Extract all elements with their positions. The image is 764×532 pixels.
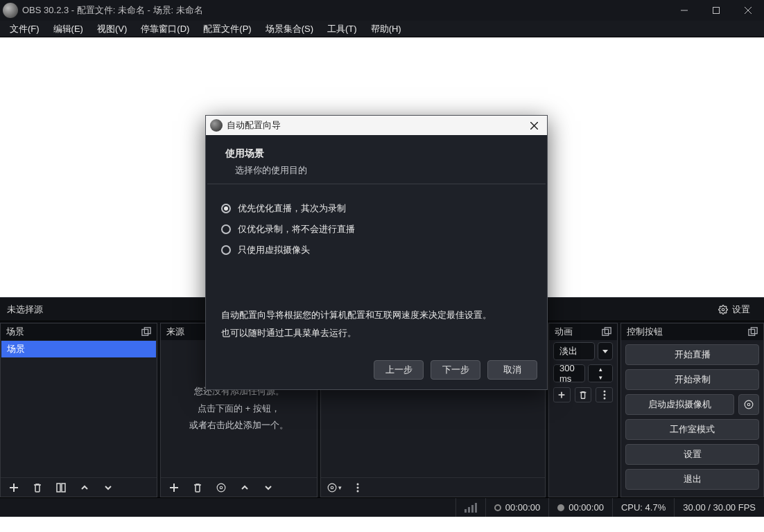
start-recording-button[interactable]: 开始录制 [625, 369, 759, 390]
cancel-button[interactable]: 取消 [487, 360, 537, 380]
radio-icon [221, 245, 231, 255]
start-virtual-camera-button[interactable]: 启动虚拟摄像机 [625, 394, 734, 415]
radio-optimize-recording[interactable]: 仅优化录制，将不会进行直播 [221, 219, 532, 240]
next-button[interactable]: 下一步 [431, 360, 480, 380]
dialog-title: 自动配置向导 [227, 119, 281, 132]
svg-rect-9 [57, 484, 60, 492]
menu-tools[interactable]: 工具(T) [320, 21, 364, 37]
popout-icon[interactable] [141, 327, 151, 337]
window-title: OBS 30.2.3 - 配置文件: 未命名 - 场景: 未命名 [22, 4, 203, 17]
svg-point-35 [745, 400, 753, 409]
transition-menu-button[interactable] [596, 387, 613, 402]
menu-view[interactable]: 视图(V) [90, 21, 134, 37]
source-properties-button[interactable]: 设置 [711, 301, 757, 319]
svg-rect-10 [62, 484, 65, 492]
close-button[interactable] [732, 0, 764, 21]
scene-up-button[interactable] [76, 480, 94, 495]
remove-scene-button[interactable] [28, 480, 46, 495]
stream-indicator-icon [494, 504, 501, 511]
sources-title: 来源 [166, 326, 184, 338]
svg-rect-1 [713, 8, 720, 14]
popout-icon[interactable] [748, 327, 758, 337]
obs-logo-icon [3, 3, 18, 18]
svg-point-21 [357, 483, 359, 485]
transition-duration-input[interactable]: 300 ms [553, 364, 585, 382]
radio-optimize-streaming[interactable]: 优先优化直播，其次为录制 [221, 198, 532, 219]
controls-panel: 控制按钮 开始直播 开始录制 启动虚拟摄像机 工作室模式 设置 退出 [620, 323, 764, 497]
transition-dropdown-button[interactable] [598, 342, 613, 360]
transitions-panel: 动画 淡出 300 ms ▴▾ [548, 323, 618, 497]
dialog-heading: 使用场景 [225, 148, 532, 160]
settings-button[interactable]: 设置 [625, 444, 759, 465]
source-settings-button[interactable] [212, 480, 230, 495]
duration-spinner[interactable]: ▴▾ [588, 364, 613, 382]
svg-rect-25 [605, 328, 611, 334]
scenes-title: 场景 [6, 326, 24, 338]
add-scene-button[interactable] [5, 480, 23, 495]
add-transition-button[interactable] [553, 387, 571, 402]
svg-point-34 [747, 403, 750, 406]
start-streaming-button[interactable]: 开始直播 [625, 344, 759, 365]
network-status [455, 498, 485, 517]
svg-marker-26 [602, 350, 608, 353]
popout-icon[interactable] [602, 327, 611, 337]
minimize-button[interactable] [668, 0, 700, 21]
remove-transition-button[interactable] [575, 387, 592, 402]
signal-icon [465, 503, 477, 513]
stream-time-status: 00:00:00 [485, 498, 549, 517]
cpu-status: CPU: 4.7% [612, 498, 674, 517]
source-down-button[interactable] [259, 480, 277, 495]
fps-status: 30.00 / 30.00 FPS [674, 498, 764, 517]
dialog-titlebar[interactable]: 自动配置向导 [206, 116, 547, 135]
chevron-down-icon[interactable]: ▾ [589, 373, 612, 382]
no-source-label: 未选择源 [7, 303, 43, 316]
dialog-close-button[interactable] [525, 118, 543, 132]
radio-icon [221, 204, 231, 213]
source-up-button[interactable] [236, 480, 254, 495]
svg-point-30 [603, 394, 605, 396]
transitions-title: 动画 [555, 326, 573, 338]
add-source-button[interactable] [165, 480, 183, 495]
menu-help[interactable]: 帮助(H) [364, 21, 408, 37]
svg-point-29 [603, 391, 605, 393]
remove-source-button[interactable] [189, 480, 207, 495]
svg-rect-5 [142, 330, 148, 336]
radio-icon [221, 224, 231, 234]
mixer-settings-button[interactable]: ▾ [325, 480, 343, 495]
dialog-description-1: 自动配置向导将根据您的计算机配置和互联网速度来决定最佳设置。 [221, 306, 532, 324]
scene-down-button[interactable] [99, 480, 117, 495]
menu-scene-collection[interactable]: 场景集合(S) [259, 21, 320, 37]
svg-point-15 [220, 486, 223, 489]
mixer-menu-button[interactable] [349, 480, 367, 495]
menu-dock[interactable]: 停靠窗口(D) [134, 21, 196, 37]
scenes-panel: 场景 场景 [0, 323, 157, 497]
record-time-status: 00:00:00 [548, 498, 612, 517]
menu-edit[interactable]: 编辑(E) [46, 21, 90, 37]
exit-button[interactable]: 退出 [625, 469, 759, 490]
gear-icon [718, 305, 728, 314]
svg-rect-32 [749, 330, 755, 336]
transition-select[interactable]: 淡出 [553, 342, 595, 360]
obs-logo-icon [210, 119, 223, 132]
back-button[interactable]: 上一步 [374, 360, 424, 380]
svg-point-4 [722, 308, 724, 311]
chevron-up-icon[interactable]: ▴ [589, 365, 612, 373]
svg-rect-33 [751, 328, 757, 334]
menu-profile[interactable]: 配置文件(P) [196, 21, 258, 37]
scene-item[interactable]: 场景 [1, 341, 156, 357]
dialog-subtitle: 选择你的使用目的 [225, 164, 532, 177]
auto-config-wizard-dialog: 自动配置向导 使用场景 选择你的使用目的 优先优化直播，其次为录制 仅优化录制，… [205, 115, 548, 390]
dialog-description-2: 也可以随时通过工具菜单去运行。 [221, 324, 532, 342]
obs-window: OBS 30.2.3 - 配置文件: 未命名 - 场景: 未命名 文件(F) 编… [0, 0, 764, 532]
svg-point-19 [331, 486, 333, 489]
svg-point-22 [357, 486, 359, 488]
svg-rect-24 [602, 330, 609, 336]
svg-point-31 [603, 398, 605, 400]
maximize-button[interactable] [700, 0, 732, 21]
svg-point-20 [328, 484, 336, 492]
scene-filters-button[interactable] [52, 480, 70, 495]
studio-mode-button[interactable]: 工作室模式 [625, 419, 759, 440]
radio-virtual-camera-only[interactable]: 只使用虚拟摄像头 [221, 240, 532, 260]
menu-file[interactable]: 文件(F) [3, 21, 46, 37]
virtual-camera-settings-button[interactable] [738, 394, 759, 415]
